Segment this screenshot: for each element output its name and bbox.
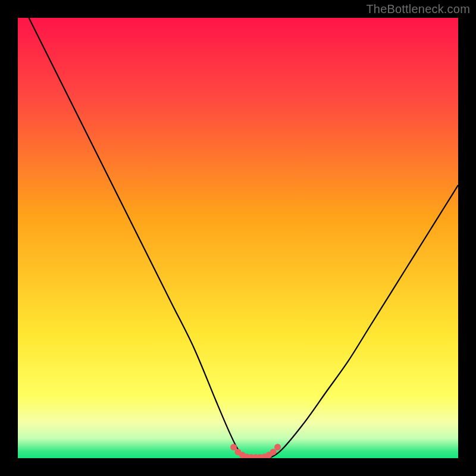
chart-frame: TheBottleneck.com: [0, 0, 476, 476]
plateau-marker: [270, 449, 277, 455]
plateau-marker: [230, 444, 237, 450]
chart-svg: [18, 18, 458, 458]
gradient-background: [18, 18, 458, 458]
plateau-marker: [274, 444, 281, 450]
plot-area: [18, 18, 458, 458]
watermark-text: TheBottleneck.com: [366, 2, 470, 16]
